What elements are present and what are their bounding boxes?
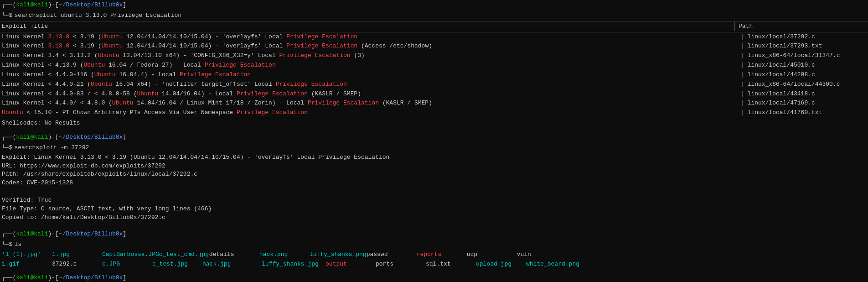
table-row: Linux Kernel < 4.4.0/ < 4.8.0 (Ubuntu 14… (0, 99, 868, 108)
verified-detail: Verified: True (2, 196, 866, 205)
command-2: └─$ searchsploit -m 37292 (0, 143, 868, 153)
terminal: ┌──(kali@kali)-[~/Desktop/Billub0x] └─$ … (0, 0, 868, 282)
col-divider (734, 22, 735, 31)
copied-detail: Copied to: /home/kali/Desktop/Billub0x/3… (2, 214, 866, 222)
ls-output-row2: 1.gif 37292.c c.JPG c_test.jpg hack.jpg … (0, 260, 868, 269)
table-row: Linux Kernel 3.13.0 < 3.19 (Ubuntu 12.04… (0, 42, 868, 51)
table-row: Linux Kernel < 4.4.0-21 (Ubuntu 16.04 x6… (0, 80, 868, 89)
shellcodes-output: Shellcodes: No Results (0, 118, 868, 129)
table-header: Exploit Title Path (0, 21, 868, 32)
codes-detail: Codes: CVE-2015-1328 (2, 179, 866, 188)
exploit-table: Exploit Title Path Linux Kernel 3.13.0 <… (0, 21, 868, 118)
path-detail: Path: /usr/share/exploitdb/exploits/linu… (2, 170, 866, 179)
url-detail: URL: https://www.exploit-db.com/exploits… (2, 162, 866, 171)
table-row: Linux Kernel 3.13.0 < 3.19 (Ubuntu 12.04… (0, 32, 868, 42)
prompt-2: ┌──(kali@kali)-[~/Desktop/Billub0x] (0, 132, 868, 143)
command-1: └─$ searchsploit ubuntu 3.13.0 Privilege… (0, 10, 868, 21)
mirror-output: Exploit: Linux Kernel 3.13.0 < 3.19 (Ubu… (0, 153, 868, 222)
table-row: Linux Kernel < 4.4.0-116 (Ubuntu 16.04.4… (0, 70, 868, 80)
command-3: └─$ ls (0, 240, 868, 250)
table-row: Linux Kernel < 4.4.0-83 / < 4.8.0-58 (Ub… (0, 89, 868, 99)
exploit-detail: Exploit: Linux Kernel 3.13.0 < 3.19 (Ubu… (2, 153, 866, 162)
table-row: Linux Kernel 3.4 < 3.13.2 (Ubuntu 13.04/… (0, 51, 868, 61)
prompt-3: ┌──(kali@kali)-[~/Desktop/Billub0x] (0, 229, 868, 240)
filetype-detail: File Type: C source, ASCII text, with ve… (2, 205, 866, 214)
ls-output-row1: '1 (1).jpg' 1.jpg CaptBarbossa.JPG c_tes… (0, 250, 868, 260)
exploit-title-header: Exploit Title (2, 22, 731, 31)
table-row: Ubuntu < 15.10 - PT Chown Arbitrary PTs … (0, 108, 868, 118)
table-row: Linux Kernel < 4.13.9 (Ubuntu 16.04 / Fe… (0, 61, 868, 70)
path-header: Path (739, 22, 866, 31)
prompt-1: ┌──(kali@kali)-[~/Desktop/Billub0x] (0, 0, 868, 10)
prompt-4: ┌──(kali@kali)-[~/Desktop/Billub0x] (0, 273, 868, 282)
